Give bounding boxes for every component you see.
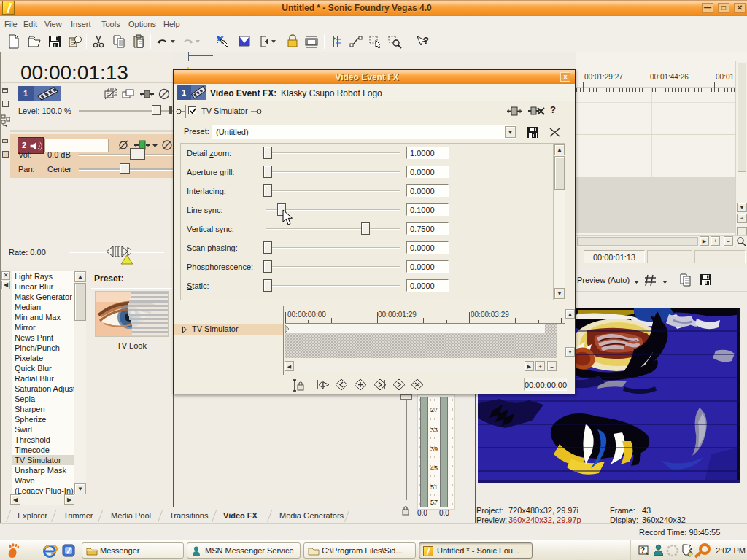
svg-text:?: ? [423,35,429,46]
svg-text:?: ? [640,546,645,554]
